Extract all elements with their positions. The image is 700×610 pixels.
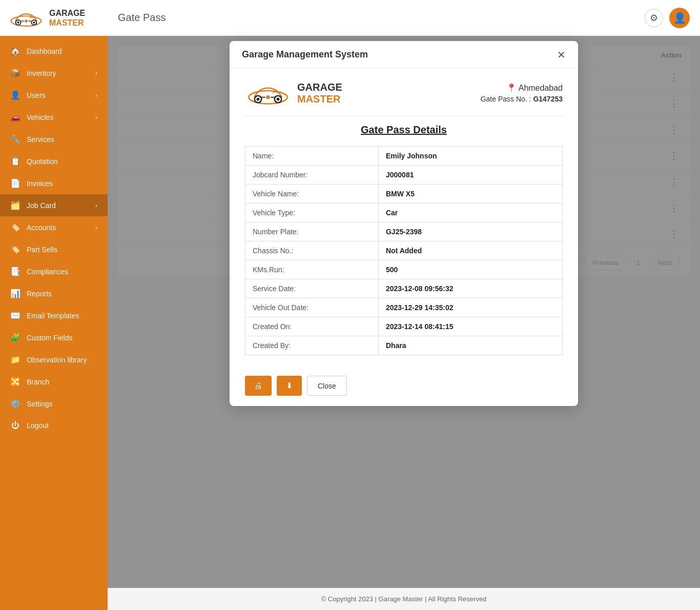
sidebar-item-vehicles[interactable]: 🚗 Vehicles › [0,106,108,128]
inventory-icon: 📦 [10,68,20,78]
modal-logo: GARAGE MASTER [245,79,342,107]
footer-text: © Copyright 2023 | Garage Master | All R… [321,595,487,603]
field-value: 2023-12-14 08:41:15 [378,317,562,336]
modal-header: Garage Management System ✕ [230,41,578,69]
gate-pass-modal: Garage Management System ✕ [230,41,578,406]
settings-button[interactable]: ⚙ [645,9,663,27]
field-value: 2023-12-08 09:56:32 [378,279,562,298]
sidebar-item-settings[interactable]: ⚙️ Settings [0,393,108,415]
field-value: 500 [378,260,562,279]
field-label: Vehicle Type: [245,204,379,222]
print-icon: 🖨 [254,381,262,391]
chevron-right-icon: › [95,114,97,121]
print-button[interactable]: 🖨 [245,376,272,396]
modal-body: GARAGE MASTER 📍 Ahmedabad Gate Pass No. … [230,69,578,365]
dashboard-icon: 🏠 [10,46,20,56]
sidebar-label-vehicles: Vehicles [27,113,53,121]
sidebar-item-customfields[interactable]: 🧩 Custom Fields [0,327,108,349]
sidebar-label-reports: Reports [27,290,52,298]
field-value: 2023-12-29 14:35:02 [378,298,562,317]
sidebar-label-accounts: Accounts [27,223,56,232]
gate-pass-value: G147253 [533,95,563,103]
modal-logo-master: MASTER [297,93,342,105]
sidebar-item-services[interactable]: 🔧 Services [0,128,108,150]
modal-overlay: Garage Management System ✕ [108,36,700,588]
sidebar-label-branch: Branch [27,378,49,386]
sidebar-label-dashboard: Dashboard [27,47,62,55]
table-row: Name: Emily Johnson [245,147,563,166]
sidebar-item-branch[interactable]: 🔀 Branch [0,371,108,393]
sidebar-nav: 🏠 Dashboard 📦 Inventory › 👤 Users › 🚗 Ve… [0,36,108,610]
download-button[interactable]: ⬇ [277,376,302,396]
gate-pass-number: Gate Pass No. : G147253 [481,95,563,103]
field-label: Name: [245,147,379,166]
sidebar-item-accounts[interactable]: 🏷️ Accounts › [0,216,108,238]
logo-garage: GARAGE [49,8,85,18]
field-value: BMW X5 [378,185,562,204]
field-label: Chassis No.: [245,241,379,260]
site-footer: © Copyright 2023 | Garage Master | All R… [108,588,700,610]
quotation-icon: 📋 [10,156,20,166]
svg-point-10 [257,98,260,101]
chevron-right-icon: › [95,92,97,99]
sidebar-label-invoices: Invoices [27,179,53,188]
table-row: Service Date: 2023-12-08 09:56:32 [245,279,563,298]
sidebar-logo: GARAGE MASTER [0,0,108,36]
field-value: Dhara [378,336,562,355]
logout-icon: ⏻ [10,421,20,430]
field-value: Emily Johnson [378,147,562,166]
sidebar-item-logout[interactable]: ⏻ Logout [0,415,108,436]
table-row: Created On: 2023-12-14 08:41:15 [245,317,563,336]
sidebar-item-partsells[interactable]: 🏷️ Part Sells [0,238,108,260]
modal-location: 📍 Ahmedabad Gate Pass No. : G147253 [481,83,563,103]
modal-close-button[interactable]: ✕ [557,50,566,60]
sidebar-item-dashboard[interactable]: 🏠 Dashboard [0,40,108,62]
settings-icon: ⚙️ [10,399,20,409]
content-area: Action ⋮ ⋮ ⋮ ⋮ ⋮ ⋮ ⋮ Previous 1 Next Gar… [108,36,700,588]
users-icon: 👤 [10,90,20,100]
field-label: Jobcard Number: [245,166,379,185]
logo-car-icon [8,7,44,30]
main-content: Gate Pass ⚙ 👤 Action ⋮ ⋮ ⋮ ⋮ ⋮ ⋮ ⋮ Previ… [108,0,700,610]
top-bar-actions: ⚙ 👤 [645,8,690,28]
chevron-right-icon: › [95,224,97,231]
table-row: Created By: Dhara [245,336,563,355]
branch-icon: 🔀 [10,377,20,387]
sidebar-label-services: Services [27,135,54,144]
reports-icon: 📊 [10,289,20,298]
sidebar-item-observationlibrary[interactable]: 📁 Observation library [0,349,108,371]
location-city-text: Ahmedabad [519,84,563,92]
section-title: Gate Pass Details [245,124,563,136]
sidebar-label-settings: Settings [27,400,53,408]
sidebar-item-users[interactable]: 👤 Users › [0,84,108,106]
field-value: Car [378,204,562,222]
close-button[interactable]: Close [307,376,347,396]
customfields-icon: 🧩 [10,333,20,342]
sidebar-label-users: Users [27,91,46,99]
sidebar-item-inventory[interactable]: 📦 Inventory › [0,62,108,84]
table-row: Vehicle Out Date: 2023-12-29 14:35:02 [245,298,563,317]
table-row: Number Plate: GJ25-2398 [245,222,563,241]
sidebar-item-quotation[interactable]: 📋 Quotation [0,150,108,172]
sidebar-item-compliances[interactable]: 📑 Compliances [0,260,108,282]
field-value: Not Added [378,241,562,260]
field-value: GJ25-2398 [378,222,562,241]
vehicles-icon: 🚗 [10,112,20,122]
sidebar-item-invoices[interactable]: 📄 Invoices [0,172,108,194]
field-label: Vehicle Out Date: [245,298,379,317]
sidebar-item-emailtemplates[interactable]: ✉️ Email Templates [0,304,108,327]
modal-logo-car-icon [245,79,291,107]
sidebar-label-compliances: Compliances [27,268,68,276]
sidebar-label-emailtemplates: Email Templates [27,312,79,320]
sidebar-label-logout: Logout [27,421,49,430]
table-row: Vehicle Type: Car [245,204,563,222]
sidebar-item-jobcard[interactable]: 🗂️ Job Card › [0,194,108,216]
top-bar: Gate Pass ⚙ 👤 [108,0,700,36]
download-icon: ⬇ [286,381,293,391]
sidebar-item-reports[interactable]: 📊 Reports [0,282,108,304]
svg-point-13 [266,95,270,99]
sidebar: GARAGE MASTER 🏠 Dashboard 📦 Inventory › … [0,0,108,610]
sidebar-label-inventory: Inventory [27,69,56,77]
svg-point-5 [25,19,28,23]
avatar-button[interactable]: 👤 [669,8,690,28]
